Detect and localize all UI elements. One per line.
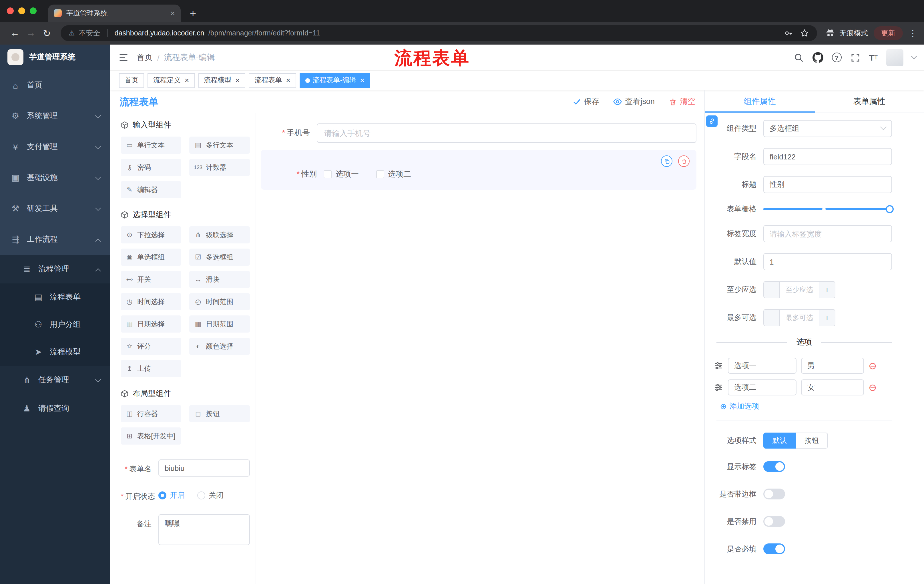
palette-item-upload[interactable]: ↥上传 xyxy=(120,360,181,377)
tag-home[interactable]: 首页 xyxy=(119,73,144,88)
palette-item-date-range[interactable]: ▦日期范围 xyxy=(189,316,250,332)
checkbox-unchecked[interactable] xyxy=(376,170,384,178)
show-label-toggle[interactable] xyxy=(763,461,785,472)
new-tab-button[interactable]: + xyxy=(190,8,196,19)
sidebar-item-process-model[interactable]: ➤ 流程模型 xyxy=(0,338,111,366)
remark-textarea[interactable]: 嘿嘿 xyxy=(158,514,250,545)
tab-close-icon[interactable]: × xyxy=(170,9,175,17)
field-name-input[interactable] xyxy=(763,148,892,165)
increment-button[interactable]: + xyxy=(819,310,835,326)
status-off-radio[interactable]: 关闭 xyxy=(197,490,224,500)
breadcrumb-home[interactable]: 首页 xyxy=(137,52,153,63)
palette-item-date-picker[interactable]: ▦日期选择 xyxy=(120,316,181,332)
address-bar[interactable]: ⚠ 不安全 dashboard.yudao.iocoder.cn /bpm/ma… xyxy=(61,25,817,41)
view-json-button[interactable]: 查看json xyxy=(613,97,655,107)
tab-form-props[interactable]: 表单属性 xyxy=(815,90,924,113)
macos-minimize-button[interactable] xyxy=(18,7,25,14)
github-icon[interactable] xyxy=(812,52,823,63)
sidebar-item-system[interactable]: ⚙ 系统管理 xyxy=(0,100,111,132)
palette-item-password[interactable]: ⚷密码 xyxy=(120,159,181,176)
search-icon[interactable] xyxy=(794,52,804,63)
palette-item-table[interactable]: ⊞表格[开发中] xyxy=(120,428,181,444)
tag-close-icon[interactable]: × xyxy=(360,77,365,84)
reload-button[interactable]: ↻ xyxy=(39,28,55,39)
link-icon[interactable] xyxy=(706,115,718,127)
tag-process-definition[interactable]: 流程定义 × xyxy=(147,73,195,88)
avatar-caret-icon[interactable] xyxy=(911,53,917,59)
palette-item-select[interactable]: ⊙下拉选择 xyxy=(120,226,181,243)
decrement-button[interactable]: − xyxy=(764,310,780,326)
password-key-icon[interactable] xyxy=(784,29,793,38)
sidebar-item-task-mgmt[interactable]: ⋔ 任务管理 xyxy=(0,366,111,394)
add-option-button[interactable]: ⊕ 添加选项 xyxy=(720,401,892,411)
checkbox-unchecked[interactable] xyxy=(323,170,332,178)
tag-process-form-edit[interactable]: 流程表单-编辑 × xyxy=(300,73,370,88)
palette-item-checkbox-group[interactable]: ☑多选框组 xyxy=(189,248,250,266)
component-type-select[interactable]: 多选框组 xyxy=(763,120,892,137)
help-icon[interactable]: ? xyxy=(832,53,842,62)
form-grid-slider[interactable] xyxy=(763,204,892,214)
sidebar-item-workflow[interactable]: ⇶ 工作流程 xyxy=(0,224,111,255)
with-border-toggle[interactable] xyxy=(763,489,785,499)
decrement-button[interactable]: − xyxy=(764,282,780,298)
palette-item-time-range[interactable]: ◴时间范围 xyxy=(189,293,250,310)
palette-item-row-container[interactable]: ◫行容器 xyxy=(120,405,181,422)
option-label-input[interactable] xyxy=(728,380,797,395)
selected-component-gender[interactable]: *性别 选项一 选项二 xyxy=(261,150,696,190)
drag-handle-icon[interactable] xyxy=(714,383,723,392)
forward-button[interactable]: → xyxy=(23,28,39,38)
tag-process-form[interactable]: 流程表单 × xyxy=(249,73,296,88)
clear-button[interactable]: 清空 xyxy=(668,97,695,107)
palette-item-multi-text[interactable]: ▤多行文本 xyxy=(189,137,250,154)
back-button[interactable]: ← xyxy=(7,28,23,38)
palette-item-editor[interactable]: ✎编辑器 xyxy=(120,181,181,198)
style-button-button[interactable]: 按钮 xyxy=(796,433,828,449)
macos-close-button[interactable] xyxy=(7,7,14,14)
sidebar-item-user-groups[interactable]: ⚇ 用户分组 xyxy=(0,311,111,338)
palette-item-cascader[interactable]: ⋔级联选择 xyxy=(189,226,250,243)
palette-item-single-text[interactable]: ▭单行文本 xyxy=(120,137,181,154)
gender-option-1[interactable]: 选项一 xyxy=(323,169,359,179)
browser-update-button[interactable]: 更新 xyxy=(874,26,903,40)
style-default-button[interactable]: 默认 xyxy=(763,433,796,449)
min-select-input[interactable] xyxy=(780,282,819,298)
user-avatar[interactable] xyxy=(886,49,903,66)
title-input[interactable] xyxy=(763,176,892,193)
slider-handle[interactable] xyxy=(886,205,894,213)
default-value-input[interactable] xyxy=(763,253,892,270)
browser-tab[interactable]: 芋道管理系统 × xyxy=(48,5,181,22)
delete-component-button[interactable] xyxy=(678,155,690,167)
label-width-input[interactable] xyxy=(763,225,892,242)
sidebar-item-home[interactable]: ⌂ 首页 xyxy=(0,70,111,100)
tag-close-icon[interactable]: × xyxy=(235,77,239,84)
sidebar-item-process-form[interactable]: ▤ 流程表单 xyxy=(0,283,111,311)
form-name-input[interactable] xyxy=(158,459,250,477)
phone-field[interactable]: *手机号 xyxy=(261,123,696,143)
increment-button[interactable]: + xyxy=(819,282,835,298)
hamburger-icon[interactable] xyxy=(118,52,129,63)
disabled-toggle[interactable] xyxy=(763,516,785,527)
required-toggle[interactable] xyxy=(763,543,785,554)
max-select-input[interactable] xyxy=(780,310,819,326)
save-button[interactable]: 保存 xyxy=(573,97,599,107)
tab-component-props[interactable]: 组件属性 xyxy=(705,90,815,113)
remove-option-icon[interactable]: ⊖ xyxy=(868,383,877,392)
sidebar-item-infra[interactable]: ▣ 基础设施 xyxy=(0,162,111,193)
sidebar-item-process-mgmt[interactable]: ≣ 流程管理 xyxy=(0,255,111,283)
sidebar-item-leave-query[interactable]: ♟ 请假查询 xyxy=(0,394,111,423)
remove-option-icon[interactable]: ⊖ xyxy=(868,361,877,370)
tag-close-icon[interactable]: × xyxy=(185,77,189,84)
sidebar-item-payment[interactable]: ¥ 支付管理 xyxy=(0,132,111,162)
tag-process-model[interactable]: 流程模型 × xyxy=(198,73,245,88)
palette-item-radio-group[interactable]: ◉单选框组 xyxy=(120,248,181,266)
tag-close-icon[interactable]: × xyxy=(286,77,290,84)
phone-input[interactable] xyxy=(317,123,696,143)
option-value-input[interactable] xyxy=(801,380,864,395)
palette-item-slider[interactable]: ↔滑块 xyxy=(189,271,250,288)
macos-zoom-button[interactable] xyxy=(30,7,36,14)
palette-item-button[interactable]: ◻按钮 xyxy=(189,405,250,422)
browser-menu-icon[interactable]: ⋮ xyxy=(909,28,917,38)
palette-item-switch[interactable]: ⊷开关 xyxy=(120,271,181,288)
bookmark-star-icon[interactable] xyxy=(800,29,809,38)
fullscreen-icon[interactable] xyxy=(850,52,860,63)
